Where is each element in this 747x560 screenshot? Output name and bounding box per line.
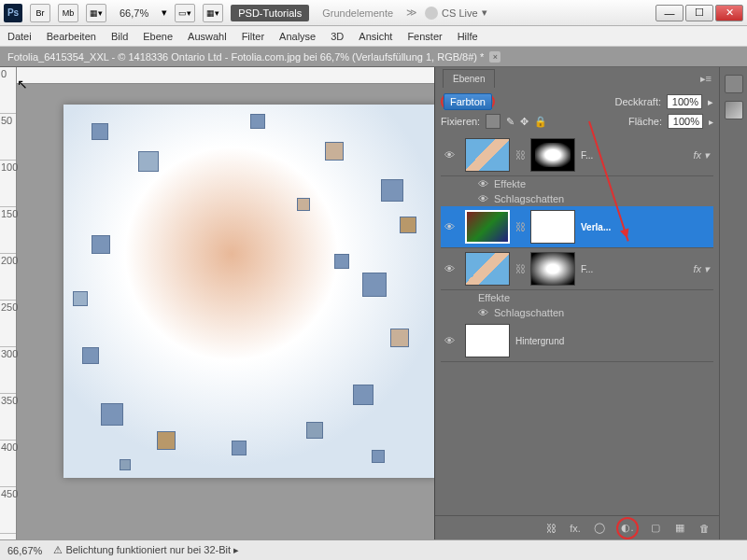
workspace-more[interactable]: ≫ <box>406 7 417 19</box>
close-button[interactable]: ✕ <box>715 5 743 21</box>
workspace-tutorials[interactable]: PSD-Tutorials <box>231 5 309 21</box>
canvas[interactable] <box>63 105 434 478</box>
statusbar: 66,67% ⚠ Belichtung funktioniert nur bei… <box>0 539 747 560</box>
lock-transparent-icon[interactable] <box>486 114 500 129</box>
arrange-button[interactable]: ▭▾ <box>175 4 195 22</box>
hand-button[interactable]: ▦▾ <box>203 4 223 22</box>
link-layers-icon[interactable]: ⛓ <box>543 521 558 536</box>
cslive-button[interactable]: CS Live▾ <box>425 7 487 20</box>
status-msg: ⚠ Belichtung funktioniert nur bei 32-Bit… <box>53 544 239 556</box>
layer-thumb[interactable] <box>465 210 510 244</box>
menu-analyse[interactable]: Analyse <box>279 31 316 42</box>
bridge-button[interactable]: Br <box>30 4 50 22</box>
layer-thumb[interactable] <box>465 252 510 286</box>
new-layer-icon[interactable]: ▦ <box>672 521 687 536</box>
trash-icon[interactable]: 🗑 <box>697 521 712 536</box>
fill-input[interactable]: 100% <box>668 114 703 129</box>
layers-panel: Ebenen ▸≡ Farbton Deckkraft: 100%▸ Fixie… <box>434 67 719 539</box>
menu-bearbeiten[interactable]: Bearbeiten <box>47 31 96 42</box>
panel-footer: ⛓ fx. ◯ ◐. ▢ ▦ 🗑 <box>435 515 719 539</box>
close-tab-icon[interactable]: × <box>489 51 500 63</box>
mask-thumb[interactable] <box>530 210 575 244</box>
workspace: 050100 150200250 300350400 450 <box>0 67 747 539</box>
fx-badge[interactable]: fx ▾ <box>693 149 710 161</box>
panel-menu-icon[interactable]: ▸≡ <box>700 73 712 85</box>
minibridge-button[interactable]: Mb <box>58 4 78 22</box>
group-icon[interactable]: ▢ <box>648 521 663 536</box>
adjustment-icon[interactable]: ◐. <box>620 521 635 536</box>
mask-icon[interactable]: ◯ <box>592 521 607 536</box>
visibility-icon[interactable]: 👁 <box>444 335 459 346</box>
lock-move-icon[interactable]: ✥ <box>520 116 529 128</box>
visibility-icon[interactable]: 👁 <box>444 149 459 161</box>
mask-thumb[interactable] <box>530 138 575 172</box>
fx-dropshadow[interactable]: 👁Schlagschatten <box>441 305 713 320</box>
menu-hilfe[interactable]: Hilfe <box>458 31 478 42</box>
layer-thumb[interactable]: ↖ <box>465 324 510 357</box>
screenmode-button[interactable]: ▦▾ <box>86 4 106 22</box>
mask-thumb[interactable] <box>530 252 575 286</box>
layer-row[interactable]: 👁 ⛓ F... fx ▾ <box>441 248 713 290</box>
ruler-horizontal <box>17 67 434 84</box>
layer-row-selected[interactable]: 👁 ⛓ Verla... <box>441 206 713 248</box>
menu-fenster[interactable]: Fenster <box>407 31 442 42</box>
menubar: Datei Bearbeiten Bild Ebene Auswahl Filt… <box>0 26 747 47</box>
lock-all-icon[interactable]: 🔒 <box>534 116 547 128</box>
layer-row[interactable]: 👁 ⛓ F... fx ▾ <box>441 134 713 176</box>
visibility-icon[interactable]: 👁 <box>444 221 459 232</box>
titlebar: Ps Br Mb ▦▾ 66,7%▾ ▭▾ ▦▾ PSD-Tutorials G… <box>0 0 747 26</box>
zoom-display[interactable]: 66,7% <box>114 6 154 21</box>
layers-tab[interactable]: Ebenen <box>443 69 495 88</box>
menu-auswahl[interactable]: Auswahl <box>188 31 227 42</box>
ruler-vertical: 050100 150200250 300350400 450 <box>0 67 17 539</box>
link-icon: ⛓ <box>515 221 525 232</box>
canvas-area[interactable] <box>17 67 434 539</box>
lock-paint-icon[interactable]: ✎ <box>506 116 514 128</box>
opacity-input[interactable]: 100% <box>667 94 702 109</box>
blend-mode-highlight: Farbton <box>441 93 495 110</box>
fill-label: Fläche: <box>628 116 662 127</box>
menu-ebene[interactable]: Ebene <box>143 31 173 42</box>
link-icon: ⛓ <box>515 149 525 161</box>
layer-row-background[interactable]: 👁 ↖ Hintergrund <box>441 320 713 362</box>
workspace-grund[interactable]: Grundelemente <box>317 6 399 21</box>
link-icon: ⛓ <box>515 263 525 274</box>
maximize-button[interactable]: ☐ <box>685 5 713 21</box>
dock-panel-icon[interactable] <box>725 101 743 119</box>
menu-bild[interactable]: Bild <box>111 31 128 42</box>
right-dock <box>719 67 747 539</box>
document-tab[interactable]: Fotolia_6415354_XXL - © 1418336 Ontario … <box>0 47 747 67</box>
blend-mode-select[interactable]: Farbton <box>444 93 492 110</box>
minimize-button[interactable]: — <box>655 5 684 21</box>
fx-effects[interactable]: 👁Effekte <box>441 176 713 191</box>
menu-datei[interactable]: Datei <box>7 31 32 42</box>
menu-ansicht[interactable]: Ansicht <box>359 31 392 42</box>
menu-3d[interactable]: 3D <box>331 31 344 42</box>
status-zoom[interactable]: 66,67% <box>7 545 42 556</box>
lock-label: Fixieren: <box>441 116 480 127</box>
photoshop-icon: Ps <box>4 4 22 22</box>
fx-icon[interactable]: fx. <box>568 521 583 536</box>
fx-dropshadow[interactable]: 👁Schlagschatten <box>441 191 713 206</box>
fx-badge[interactable]: fx ▾ <box>693 263 710 275</box>
dock-expand-icon[interactable] <box>725 75 743 93</box>
layer-thumb[interactable] <box>465 138 510 172</box>
menu-filter[interactable]: Filter <box>242 31 264 42</box>
visibility-icon[interactable]: 👁 <box>444 263 459 274</box>
fx-effects[interactable]: Effekte <box>441 290 713 305</box>
opacity-label: Deckkraft: <box>614 96 661 107</box>
